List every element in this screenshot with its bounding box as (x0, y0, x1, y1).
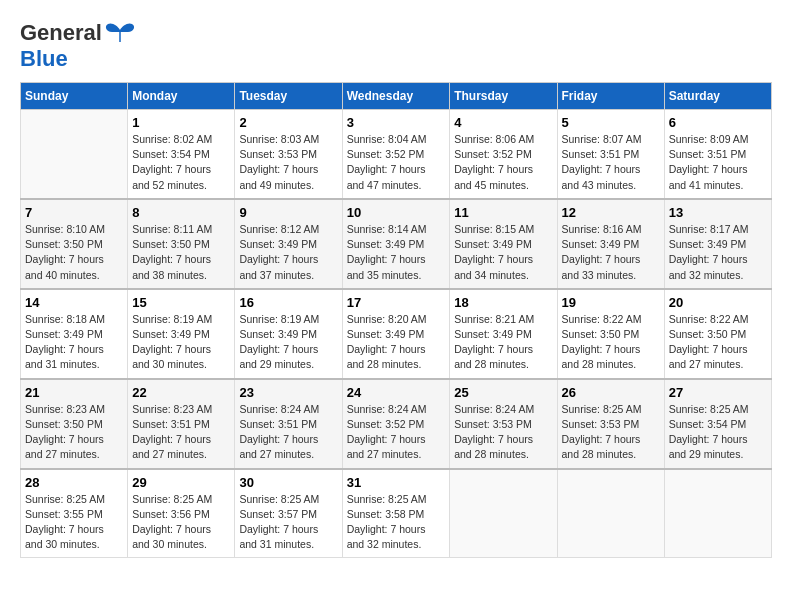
day-number: 5 (562, 115, 660, 130)
day-info: Sunrise: 8:03 AM Sunset: 3:53 PM Dayligh… (239, 132, 337, 193)
calendar-cell (557, 469, 664, 558)
calendar-week-row: 21Sunrise: 8:23 AM Sunset: 3:50 PM Dayli… (21, 379, 772, 469)
calendar-cell: 20Sunrise: 8:22 AM Sunset: 3:50 PM Dayli… (664, 289, 771, 379)
day-number: 24 (347, 385, 446, 400)
weekday-header-row: SundayMondayTuesdayWednesdayThursdayFrid… (21, 83, 772, 110)
calendar-week-row: 14Sunrise: 8:18 AM Sunset: 3:49 PM Dayli… (21, 289, 772, 379)
calendar-cell: 8Sunrise: 8:11 AM Sunset: 3:50 PM Daylig… (128, 199, 235, 289)
calendar-week-row: 1Sunrise: 8:02 AM Sunset: 3:54 PM Daylig… (21, 110, 772, 199)
day-info: Sunrise: 8:25 AM Sunset: 3:56 PM Dayligh… (132, 492, 230, 553)
calendar-cell: 27Sunrise: 8:25 AM Sunset: 3:54 PM Dayli… (664, 379, 771, 469)
logo: General Blue (20, 20, 136, 72)
calendar-cell: 3Sunrise: 8:04 AM Sunset: 3:52 PM Daylig… (342, 110, 450, 199)
day-number: 18 (454, 295, 552, 310)
calendar-cell: 21Sunrise: 8:23 AM Sunset: 3:50 PM Dayli… (21, 379, 128, 469)
day-info: Sunrise: 8:07 AM Sunset: 3:51 PM Dayligh… (562, 132, 660, 193)
calendar-cell: 15Sunrise: 8:19 AM Sunset: 3:49 PM Dayli… (128, 289, 235, 379)
calendar-week-row: 7Sunrise: 8:10 AM Sunset: 3:50 PM Daylig… (21, 199, 772, 289)
day-info: Sunrise: 8:25 AM Sunset: 3:53 PM Dayligh… (562, 402, 660, 463)
calendar-cell: 7Sunrise: 8:10 AM Sunset: 3:50 PM Daylig… (21, 199, 128, 289)
day-info: Sunrise: 8:17 AM Sunset: 3:49 PM Dayligh… (669, 222, 767, 283)
day-number: 30 (239, 475, 337, 490)
day-number: 9 (239, 205, 337, 220)
logo-text-general: General (20, 20, 102, 46)
day-number: 25 (454, 385, 552, 400)
calendar-cell: 5Sunrise: 8:07 AM Sunset: 3:51 PM Daylig… (557, 110, 664, 199)
day-number: 20 (669, 295, 767, 310)
day-number: 17 (347, 295, 446, 310)
day-info: Sunrise: 8:12 AM Sunset: 3:49 PM Dayligh… (239, 222, 337, 283)
day-number: 15 (132, 295, 230, 310)
calendar-cell: 23Sunrise: 8:24 AM Sunset: 3:51 PM Dayli… (235, 379, 342, 469)
day-number: 19 (562, 295, 660, 310)
day-number: 16 (239, 295, 337, 310)
calendar-cell: 9Sunrise: 8:12 AM Sunset: 3:49 PM Daylig… (235, 199, 342, 289)
weekday-header-friday: Friday (557, 83, 664, 110)
day-number: 12 (562, 205, 660, 220)
calendar-cell: 18Sunrise: 8:21 AM Sunset: 3:49 PM Dayli… (450, 289, 557, 379)
calendar-cell: 22Sunrise: 8:23 AM Sunset: 3:51 PM Dayli… (128, 379, 235, 469)
day-info: Sunrise: 8:15 AM Sunset: 3:49 PM Dayligh… (454, 222, 552, 283)
weekday-header-wednesday: Wednesday (342, 83, 450, 110)
calendar-cell: 13Sunrise: 8:17 AM Sunset: 3:49 PM Dayli… (664, 199, 771, 289)
day-info: Sunrise: 8:24 AM Sunset: 3:53 PM Dayligh… (454, 402, 552, 463)
day-number: 8 (132, 205, 230, 220)
calendar-cell: 25Sunrise: 8:24 AM Sunset: 3:53 PM Dayli… (450, 379, 557, 469)
calendar-cell: 1Sunrise: 8:02 AM Sunset: 3:54 PM Daylig… (128, 110, 235, 199)
day-info: Sunrise: 8:22 AM Sunset: 3:50 PM Dayligh… (562, 312, 660, 373)
weekday-header-thursday: Thursday (450, 83, 557, 110)
weekday-header-sunday: Sunday (21, 83, 128, 110)
day-number: 29 (132, 475, 230, 490)
day-number: 2 (239, 115, 337, 130)
day-info: Sunrise: 8:02 AM Sunset: 3:54 PM Dayligh… (132, 132, 230, 193)
day-number: 26 (562, 385, 660, 400)
calendar-cell: 19Sunrise: 8:22 AM Sunset: 3:50 PM Dayli… (557, 289, 664, 379)
page-header: General Blue (20, 20, 772, 72)
day-number: 27 (669, 385, 767, 400)
day-number: 7 (25, 205, 123, 220)
day-number: 28 (25, 475, 123, 490)
calendar-cell: 17Sunrise: 8:20 AM Sunset: 3:49 PM Dayli… (342, 289, 450, 379)
day-number: 10 (347, 205, 446, 220)
day-info: Sunrise: 8:25 AM Sunset: 3:57 PM Dayligh… (239, 492, 337, 553)
calendar-cell: 10Sunrise: 8:14 AM Sunset: 3:49 PM Dayli… (342, 199, 450, 289)
day-info: Sunrise: 8:24 AM Sunset: 3:52 PM Dayligh… (347, 402, 446, 463)
day-info: Sunrise: 8:11 AM Sunset: 3:50 PM Dayligh… (132, 222, 230, 283)
day-number: 1 (132, 115, 230, 130)
day-info: Sunrise: 8:25 AM Sunset: 3:55 PM Dayligh… (25, 492, 123, 553)
calendar-cell: 24Sunrise: 8:24 AM Sunset: 3:52 PM Dayli… (342, 379, 450, 469)
calendar-cell: 2Sunrise: 8:03 AM Sunset: 3:53 PM Daylig… (235, 110, 342, 199)
calendar-cell (21, 110, 128, 199)
weekday-header-monday: Monday (128, 83, 235, 110)
calendar-cell: 28Sunrise: 8:25 AM Sunset: 3:55 PM Dayli… (21, 469, 128, 558)
day-number: 6 (669, 115, 767, 130)
logo-bird-icon (104, 22, 136, 44)
weekday-header-tuesday: Tuesday (235, 83, 342, 110)
day-number: 14 (25, 295, 123, 310)
calendar-cell: 4Sunrise: 8:06 AM Sunset: 3:52 PM Daylig… (450, 110, 557, 199)
calendar-cell: 30Sunrise: 8:25 AM Sunset: 3:57 PM Dayli… (235, 469, 342, 558)
weekday-header-saturday: Saturday (664, 83, 771, 110)
day-info: Sunrise: 8:25 AM Sunset: 3:54 PM Dayligh… (669, 402, 767, 463)
day-info: Sunrise: 8:06 AM Sunset: 3:52 PM Dayligh… (454, 132, 552, 193)
day-info: Sunrise: 8:16 AM Sunset: 3:49 PM Dayligh… (562, 222, 660, 283)
day-info: Sunrise: 8:21 AM Sunset: 3:49 PM Dayligh… (454, 312, 552, 373)
day-info: Sunrise: 8:23 AM Sunset: 3:51 PM Dayligh… (132, 402, 230, 463)
calendar-cell: 12Sunrise: 8:16 AM Sunset: 3:49 PM Dayli… (557, 199, 664, 289)
day-info: Sunrise: 8:10 AM Sunset: 3:50 PM Dayligh… (25, 222, 123, 283)
day-number: 11 (454, 205, 552, 220)
day-number: 23 (239, 385, 337, 400)
day-info: Sunrise: 8:23 AM Sunset: 3:50 PM Dayligh… (25, 402, 123, 463)
day-info: Sunrise: 8:20 AM Sunset: 3:49 PM Dayligh… (347, 312, 446, 373)
day-info: Sunrise: 8:19 AM Sunset: 3:49 PM Dayligh… (132, 312, 230, 373)
calendar-cell: 14Sunrise: 8:18 AM Sunset: 3:49 PM Dayli… (21, 289, 128, 379)
calendar-cell: 31Sunrise: 8:25 AM Sunset: 3:58 PM Dayli… (342, 469, 450, 558)
day-number: 3 (347, 115, 446, 130)
calendar-cell: 29Sunrise: 8:25 AM Sunset: 3:56 PM Dayli… (128, 469, 235, 558)
day-number: 31 (347, 475, 446, 490)
day-info: Sunrise: 8:25 AM Sunset: 3:58 PM Dayligh… (347, 492, 446, 553)
day-info: Sunrise: 8:14 AM Sunset: 3:49 PM Dayligh… (347, 222, 446, 283)
day-number: 21 (25, 385, 123, 400)
day-info: Sunrise: 8:04 AM Sunset: 3:52 PM Dayligh… (347, 132, 446, 193)
day-info: Sunrise: 8:09 AM Sunset: 3:51 PM Dayligh… (669, 132, 767, 193)
